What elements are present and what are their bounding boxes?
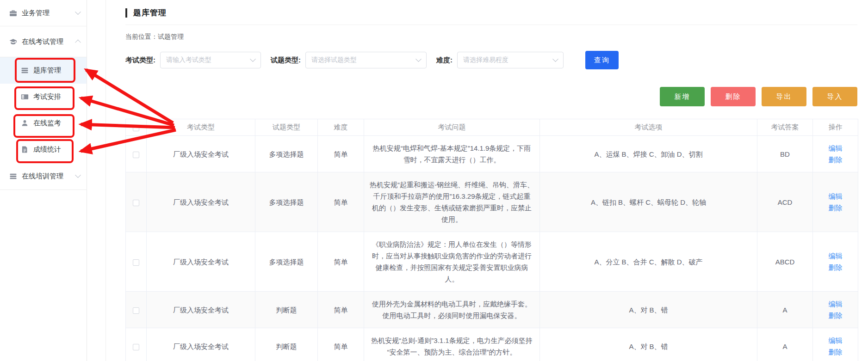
cell-difficulty: 简单	[318, 172, 364, 232]
sidebar-item-label: 题库管理	[33, 66, 61, 75]
chevron-down-icon	[75, 9, 81, 15]
cell-options: A、对 B、错	[540, 292, 757, 328]
sidebar-item-score-stats[interactable]: 成绩统计	[0, 136, 87, 163]
edit-link[interactable]: 编辑	[829, 192, 843, 200]
column-header-operations: 操作	[813, 119, 858, 136]
chevron-up-icon	[75, 39, 81, 45]
cell-answer: BD	[757, 136, 813, 172]
table-row: 厂级入场安全考试 判断题 简单 热机安规“总则-通则”3.1.1条规定，电力生产…	[126, 328, 858, 361]
difficulty-label: 难度:	[436, 56, 453, 65]
column-header-exam-type: 考试类型	[147, 119, 255, 136]
row-checkbox[interactable]	[133, 152, 139, 158]
search-button[interactable]: 查询	[585, 51, 619, 69]
delete-link[interactable]: 删除	[829, 204, 843, 212]
chevron-down-icon	[75, 172, 81, 178]
sidebar-item-online-training-mgmt[interactable]: 在线培训管理	[0, 163, 87, 190]
delete-link[interactable]: 删除	[829, 312, 843, 319]
title-accent-bar	[125, 8, 127, 18]
import-button[interactable]: 导入	[812, 87, 857, 106]
sidebar-item-exam-schedule[interactable]: 考试安排	[0, 84, 87, 110]
edit-link[interactable]: 编辑	[829, 337, 843, 344]
header-divider	[125, 24, 857, 25]
sidebar-item-question-bank[interactable]: 题库管理	[0, 57, 87, 84]
cell-options: A、运煤 B、焊接 C、卸油 D、切割	[540, 136, 757, 172]
sidebar-divider	[0, 190, 87, 190]
cell-answer: A	[757, 328, 813, 361]
cell-question-type: 判断题	[255, 292, 318, 328]
chevron-down-icon	[250, 56, 256, 62]
cell-operations: 编辑删除	[813, 292, 858, 328]
column-header-question: 考试问题	[364, 119, 540, 136]
cell-options: A、链扣 B、螺杆 C、蜗母轮 D、轮轴	[540, 172, 757, 232]
edit-link[interactable]: 编辑	[829, 252, 843, 260]
cell-operations: 编辑删除	[813, 136, 858, 172]
cell-answer: ACD	[757, 172, 813, 232]
sidebar-item-label: 在线考试管理	[22, 37, 63, 46]
cell-question: 热机安规“总则-通则”3.1.1条规定，电力生产必须坚持“安全第一、预防为主、综…	[364, 328, 540, 361]
action-row: 新增 删除 导出 导入	[125, 87, 857, 106]
cell-question-type: 判断题	[255, 328, 318, 361]
delete-link[interactable]: 删除	[829, 156, 843, 164]
question-table: 考试类型 试题类型 难度 考试问题 考试选项 考试答案 操作 厂级入场安全考试 …	[125, 119, 858, 361]
sidebar-item-business-mgmt[interactable]: 业务管理	[0, 0, 87, 26]
id-card-icon	[21, 93, 29, 101]
cell-exam-type: 厂级入场安全考试	[147, 136, 255, 172]
cell-answer: ABCD	[757, 232, 813, 292]
select-all-checkbox[interactable]	[133, 125, 139, 131]
delete-link[interactable]: 删除	[829, 263, 843, 271]
cell-question: 《职业病防治法》规定：用人单位在发生（）等情形时，应当对从事接触职业病危害的作业…	[364, 232, 540, 292]
question-type-placeholder: 请选择试题类型	[311, 56, 413, 64]
difficulty-select[interactable]: 请选择难易程度	[457, 52, 564, 68]
sidebar-item-label: 考试安排	[33, 92, 61, 101]
cell-question: 热机安规“起重和搬运-钢丝绳、纤维绳、吊钩、滑车、千斤顶和手拉葫芦的使用”16.…	[364, 172, 540, 232]
edit-link[interactable]: 编辑	[829, 144, 843, 152]
sidebar-item-label: 业务管理	[22, 9, 50, 18]
row-checkbox-cell	[126, 292, 147, 328]
row-checkbox-cell	[126, 172, 147, 232]
exam-type-select[interactable]: 请输入考试类型	[160, 52, 261, 68]
page-title: 题库管理	[133, 7, 167, 18]
cell-difficulty: 简单	[318, 136, 364, 172]
document-icon	[21, 146, 29, 153]
question-type-label: 试题类型:	[271, 56, 301, 65]
column-header-question-type: 试题类型	[255, 119, 318, 136]
question-type-select[interactable]: 请选择试题类型	[305, 52, 427, 68]
sidebar-item-online-exam-mgmt[interactable]: 在线考试管理	[0, 26, 87, 57]
exam-type-placeholder: 请输入考试类型	[166, 56, 247, 64]
cell-exam-type: 厂级入场安全考试	[147, 232, 255, 292]
graduation-cap-icon	[9, 38, 17, 46]
row-checkbox[interactable]	[133, 259, 139, 266]
edit-link[interactable]: 编辑	[829, 300, 843, 308]
cell-question: 热机安规“电焊和气焊-基本规定”14.1.9条规定，下雨雪时，不宜露天进行（）工…	[364, 136, 540, 172]
chevron-down-icon	[552, 56, 558, 62]
table-row: 厂级入场安全考试 多项选择题 简单 热机安规“电焊和气焊-基本规定”14.1.9…	[126, 136, 858, 172]
row-checkbox-cell	[126, 232, 147, 292]
cell-operations: 编辑删除	[813, 232, 858, 292]
add-button[interactable]: 新增	[660, 87, 705, 106]
row-checkbox-cell	[126, 328, 147, 361]
exam-type-label: 考试类型:	[125, 56, 155, 65]
sidebar-item-online-proctor[interactable]: 在线监考	[0, 110, 87, 136]
breadcrumb-prefix: 当前位置：	[125, 33, 158, 40]
cell-question-type: 多项选择题	[255, 136, 318, 172]
export-button[interactable]: 导出	[762, 87, 806, 106]
column-header-options: 考试选项	[540, 119, 757, 136]
delete-button[interactable]: 删除	[711, 87, 756, 106]
cell-exam-type: 厂级入场安全考试	[147, 292, 255, 328]
filter-row: 考试类型: 请输入考试类型 试题类型: 请选择试题类型 难度: 请选择难易程度 …	[125, 51, 857, 69]
sidebar: 业务管理 在线考试管理 题库管理 考试安排 在线监考 成绩统计	[0, 0, 87, 361]
row-checkbox[interactable]	[133, 344, 139, 350]
row-checkbox[interactable]	[133, 200, 139, 206]
table-row: 厂级入场安全考试 判断题 简单 使用外壳为金属材料的电动工具时，应戴绝缘手套。使…	[126, 292, 858, 328]
row-checkbox-cell	[126, 136, 147, 172]
table-row: 厂级入场安全考试 多项选择题 简单 《职业病防治法》规定：用人单位在发生（）等情…	[126, 232, 858, 292]
cell-options: A、分立 B、合并 C、解散 D、破产	[540, 232, 757, 292]
row-checkbox[interactable]	[133, 307, 139, 314]
delete-link[interactable]: 删除	[829, 348, 843, 356]
breadcrumb: 当前位置：试题管理	[125, 33, 857, 41]
sidebar-item-label: 成绩统计	[33, 145, 61, 154]
cell-difficulty: 简单	[318, 232, 364, 292]
header-checkbox-cell	[126, 119, 147, 136]
cell-answer: A	[757, 292, 813, 328]
cell-operations: 编辑删除	[813, 172, 858, 232]
